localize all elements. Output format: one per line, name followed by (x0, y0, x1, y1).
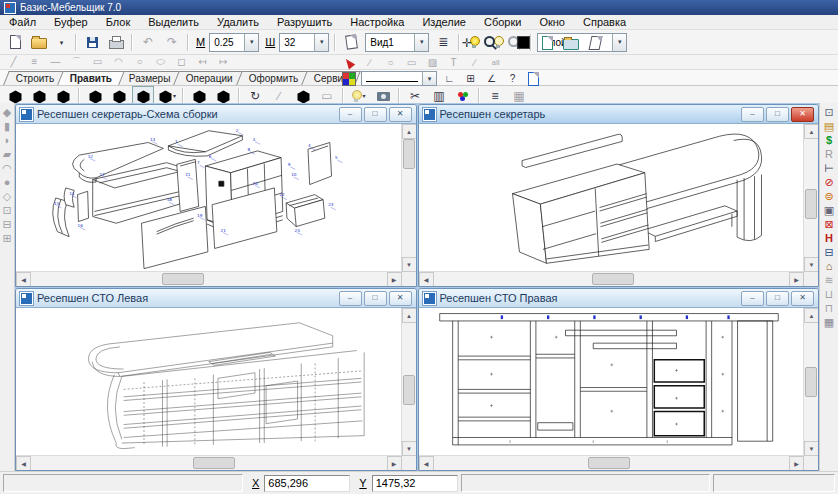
tool-curve-button[interactable]: ◠ (109, 55, 128, 70)
tool-gray2-icon[interactable]: ⊔ (825, 289, 834, 300)
materials-icon[interactable]: ▤ (824, 121, 834, 132)
palette-button[interactable] (339, 71, 358, 86)
open-dropdown-button[interactable]: ▾ (52, 35, 71, 50)
linestyle-combo[interactable]: ▾ (361, 71, 437, 86)
scroll-up-button[interactable]: ▲ (804, 124, 819, 139)
tool-ellipse-button[interactable]: ⬭ (151, 55, 170, 70)
scroll-thumb[interactable] (805, 189, 817, 219)
scroll-thumb[interactable] (592, 273, 634, 285)
tool-line-button[interactable]: ╱ (4, 55, 23, 70)
clipboard-icon[interactable]: ▣ (824, 205, 834, 216)
vertical-scrollbar[interactable]: ▲ ▼ (401, 124, 416, 272)
maximize-button[interactable]: □ (766, 291, 789, 306)
fittings-icon[interactable]: H (825, 233, 833, 244)
horizontal-scrollbar[interactable]: ◀ ▶ (419, 455, 805, 470)
dimension-icon[interactable]: ⊢ (824, 163, 834, 174)
edit-circle-button[interactable]: ○ (381, 55, 400, 70)
grid-button[interactable]: ⊞ (461, 71, 480, 86)
window-title-bar[interactable]: Ресепшен СТО Правая – □ ✕ (419, 289, 819, 308)
shape-round-icon[interactable]: ◗ (4, 135, 11, 146)
fit-all-button[interactable] (560, 32, 582, 53)
maximize-button[interactable]: □ (766, 107, 789, 122)
scroll-thumb[interactable] (193, 457, 235, 469)
chevron-down-icon[interactable]: ▾ (314, 34, 328, 51)
menu-window[interactable]: Окно (530, 16, 574, 28)
help-button[interactable]: ? (503, 71, 522, 86)
save-button[interactable] (81, 32, 103, 53)
view-combo[interactable]: Вид1▾ (365, 33, 429, 52)
dimension-edit-icon[interactable]: ⊜ (824, 191, 833, 202)
open-button[interactable] (28, 32, 50, 53)
minimize-button[interactable]: – (741, 107, 764, 122)
pan-button[interactable]: ✛ (456, 32, 478, 53)
shape-arc-icon[interactable]: ◠ (2, 163, 12, 174)
drawing-area[interactable]: ▲ ▼ ◀ ▶ (419, 124, 819, 286)
edit-hatch-button[interactable]: ▨ (423, 55, 442, 70)
price-icon[interactable]: $ (826, 135, 832, 146)
chevron-down-icon[interactable]: ▾ (414, 34, 428, 51)
tool-arc-button[interactable]: ⌒ (67, 55, 86, 70)
blocks-icon[interactable]: ⊟ (824, 247, 833, 258)
maximize-button[interactable]: □ (364, 291, 387, 306)
undo-button[interactable]: ↶ (137, 32, 159, 53)
scroll-up-button[interactable]: ▲ (804, 308, 819, 323)
tool-poly-button[interactable]: ◻ (172, 55, 191, 70)
shape-polygon-icon[interactable]: ◆ (3, 107, 11, 118)
box-in-icon[interactable]: ⊡ (2, 205, 11, 216)
minimize-button[interactable]: – (339, 107, 362, 122)
tool-gray1-icon[interactable]: ≋ (824, 275, 833, 286)
menu-file[interactable]: Файл (0, 16, 45, 28)
close-button[interactable]: ✕ (791, 107, 814, 122)
tab-format[interactable]: Оформить (236, 71, 311, 85)
edit-rect-button[interactable]: ▭ (402, 55, 421, 70)
tool-gray3-icon[interactable]: ⊓ (825, 303, 834, 314)
maximize-button[interactable]: □ (364, 107, 387, 122)
title-bar[interactable]: Базис-Мебельщик 7.0 (0, 0, 838, 15)
tab-operations[interactable]: Операции (173, 71, 245, 85)
print-button[interactable] (105, 32, 127, 53)
scroll-right-button[interactable]: ▶ (387, 456, 402, 471)
scroll-left-button[interactable]: ◀ (419, 272, 434, 287)
vertical-scrollbar[interactable]: ▲ ▼ (803, 308, 818, 456)
stamp2-icon[interactable]: ▦ (824, 317, 834, 328)
menu-block[interactable]: Блок (97, 16, 140, 28)
chevron-down-icon[interactable]: ▾ (612, 34, 626, 51)
scroll-up-button[interactable]: ▲ (402, 308, 417, 323)
menu-product[interactable]: Изделие (413, 16, 475, 28)
scroll-right-button[interactable]: ▶ (789, 456, 804, 471)
x-coordinate-field[interactable]: 685,296 (264, 475, 350, 492)
scroll-left-button[interactable]: ◀ (419, 456, 434, 471)
vertical-scrollbar[interactable]: ▲ ▼ (401, 308, 416, 456)
axes-button[interactable]: ∟ (440, 71, 459, 86)
drawing-area[interactable]: ▲ ▼ ◀ ▶ (16, 308, 416, 470)
scroll-right-button[interactable]: ▶ (789, 272, 804, 287)
edit-text-button[interactable]: T (444, 55, 463, 70)
shape-diamond-icon[interactable]: ◇ (3, 191, 11, 202)
sheet-button[interactable] (340, 32, 362, 53)
minimize-button[interactable]: – (339, 291, 362, 306)
chevron-down-icon[interactable]: ▾ (244, 34, 258, 51)
menu-select[interactable]: Выделить (139, 16, 208, 28)
horizontal-scrollbar[interactable]: ◀ ▶ (419, 271, 805, 286)
window-title-bar[interactable]: Ресепшен СТО Левая – □ ✕ (16, 289, 416, 308)
tool-dim-left-button[interactable]: ↤ (193, 55, 212, 70)
menu-assemblies[interactable]: Сборки (475, 16, 530, 28)
views-list-button[interactable]: ≣ (432, 32, 454, 53)
scroll-right-button[interactable]: ▶ (387, 272, 402, 287)
close-button[interactable]: ✕ (389, 291, 412, 306)
scroll-thumb[interactable] (162, 273, 204, 285)
scroll-up-button[interactable]: ▲ (402, 124, 417, 139)
new-document-button[interactable] (4, 32, 26, 53)
minimize-button[interactable]: – (741, 291, 764, 306)
scroll-down-button[interactable]: ▼ (804, 441, 819, 456)
zoom-window-button[interactable] (504, 32, 526, 53)
drawing-area[interactable]: ▲ ▼ ◀ ▶ (419, 308, 819, 470)
tool-circle-button[interactable]: ○ (130, 55, 149, 70)
window-title-bar[interactable]: Ресепшен секретарь-Схема сборки – □ ✕ (16, 105, 416, 124)
scroll-thumb[interactable] (403, 375, 415, 405)
scroll-thumb[interactable] (805, 367, 817, 397)
scroll-thumb[interactable] (403, 139, 415, 169)
edit-node-button[interactable]: ∕ (360, 55, 379, 70)
angle-snap-button[interactable]: ∠ (482, 71, 501, 86)
close-button[interactable]: ✕ (389, 107, 412, 122)
